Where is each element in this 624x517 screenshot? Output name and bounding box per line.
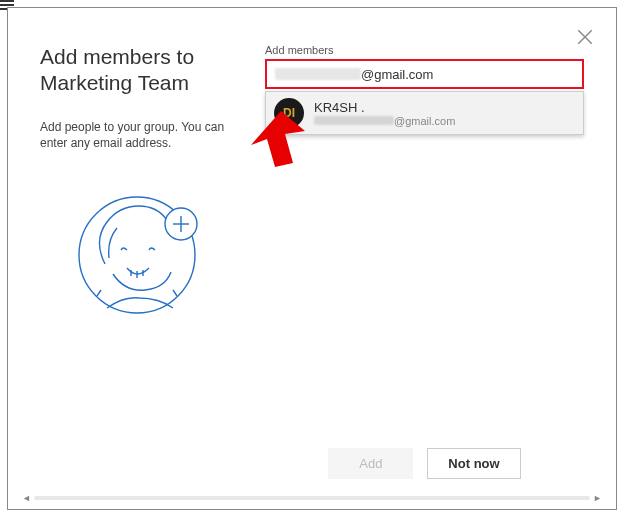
scroll-left-icon[interactable]: ◄: [22, 493, 31, 503]
scroll-right-icon[interactable]: ►: [593, 493, 602, 503]
not-now-button[interactable]: Not now: [427, 448, 520, 479]
dialog-frame: Add members to Marketing Team Add people…: [7, 7, 617, 510]
suggestion-email-suffix: @gmail.com: [394, 115, 455, 127]
dialog-description: Add people to your group. You can enter …: [40, 119, 247, 153]
dialog-heading: Add members to Marketing Team: [40, 44, 247, 97]
redacted-suggestion-prefix: [314, 116, 394, 125]
suggestion-name: KR4SH .: [314, 100, 455, 115]
left-panel: Add members to Marketing Team Add people…: [40, 44, 265, 434]
horizontal-scrollbar[interactable]: [34, 496, 590, 500]
suggestion-email: @gmail.com: [314, 115, 455, 127]
suggestion-text: KR4SH . @gmail.com: [314, 100, 455, 127]
avatar: DI: [274, 98, 304, 128]
add-button: Add: [328, 448, 413, 479]
contact-suggestion[interactable]: DI KR4SH . @gmail.com: [265, 91, 584, 135]
right-panel: Add members DI KR4SH . @gmail.com: [265, 44, 584, 434]
add-members-input[interactable]: [361, 67, 574, 82]
avatar-initials: DI: [283, 106, 295, 120]
person-illustration: [40, 180, 247, 330]
email-input-wrapper[interactable]: [265, 59, 584, 89]
button-bar: Add Not now: [241, 434, 608, 501]
add-members-dialog: Add members to Marketing Team Add people…: [16, 16, 608, 501]
field-label: Add members: [265, 44, 584, 56]
redacted-email-prefix: [275, 68, 361, 80]
